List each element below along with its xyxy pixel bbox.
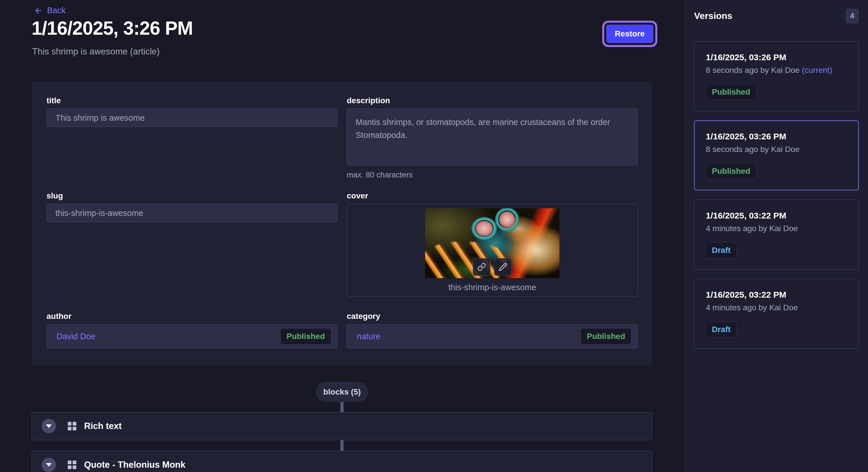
version-status-badge: Published xyxy=(706,163,756,179)
pencil-icon xyxy=(499,263,507,271)
version-status-badge: Draft xyxy=(706,242,737,258)
field-category-label: category xyxy=(347,312,638,321)
category-status-badge: Published xyxy=(581,328,631,344)
blocks-connector-line xyxy=(340,402,344,412)
chevron-down-icon xyxy=(46,425,52,428)
version-status-badge: Draft xyxy=(706,322,737,338)
drag-handle-icon[interactable] xyxy=(67,421,77,431)
block-accordion-quote[interactable]: Quote - Thelonius Monk xyxy=(32,451,652,472)
version-date: 1/16/2025, 03:26 PM xyxy=(706,53,847,62)
version-meta: 8 seconds ago by Kai Doe xyxy=(706,145,847,154)
main-content: Back 1/16/2025, 3:26 PM This shrimp is a… xyxy=(0,0,685,472)
blocks-connector-line xyxy=(340,440,344,451)
block-accordion-rich-text[interactable]: Rich text xyxy=(32,412,652,440)
field-title: title xyxy=(46,96,338,173)
description-textarea[interactable]: Mantis shrimps, or stomatopods, are mari… xyxy=(347,109,638,165)
cover-image xyxy=(425,208,559,278)
back-arrow-icon xyxy=(34,6,43,15)
version-meta: 8 seconds ago by Kai Doe (current) xyxy=(706,66,847,75)
cover-filename: this-shrimp-is-awesome xyxy=(448,283,536,292)
versions-sidebar: Versions 4 1/16/2025, 03:26 PM 8 seconds… xyxy=(685,0,868,472)
version-status-badge: Published xyxy=(706,84,756,100)
version-current-tag: (current) xyxy=(802,66,832,74)
field-title-label: title xyxy=(46,96,338,105)
author-relation-link[interactable]: David Doe xyxy=(57,332,95,341)
field-description: description Mantis shrimps, or stomatopo… xyxy=(347,96,638,173)
field-author-label: author xyxy=(46,312,338,321)
back-label: Back xyxy=(47,6,65,15)
version-card[interactable]: 1/16/2025, 03:22 PM 4 minutes ago by Kai… xyxy=(694,200,859,270)
version-date: 1/16/2025, 03:26 PM xyxy=(706,132,847,141)
restore-button[interactable]: Restore xyxy=(606,25,653,43)
cover-box: this-shrimp-is-awesome xyxy=(347,204,638,297)
cover-copy-link-button[interactable] xyxy=(473,258,491,276)
version-meta: 4 minutes ago by Kai Doe xyxy=(706,224,847,233)
link-icon xyxy=(477,263,486,271)
category-relation-link[interactable]: nature xyxy=(357,332,380,341)
blocks-count-pill: blocks (5) xyxy=(316,382,368,402)
version-card[interactable]: 1/16/2025, 03:22 PM 4 minutes ago by Kai… xyxy=(694,279,859,349)
page-subtitle: This shrimp is awesome (article) xyxy=(32,46,160,57)
field-category: category nature Published xyxy=(347,312,638,350)
accordion-toggle-button[interactable] xyxy=(42,458,56,472)
version-date: 1/16/2025, 03:22 PM xyxy=(706,290,847,300)
version-meta: 4 minutes ago by Kai Doe xyxy=(706,303,847,312)
field-slug-label: slug xyxy=(46,191,338,200)
chevron-down-icon xyxy=(46,463,52,467)
version-card[interactable]: 1/16/2025, 03:26 PM 8 seconds ago by Kai… xyxy=(694,41,859,111)
version-form-card: title description Mantis shrimps, or sto… xyxy=(32,82,652,365)
slug-input[interactable] xyxy=(46,204,338,222)
description-hint: max. 80 characters xyxy=(347,171,638,179)
accordion-label: Quote - Thelonius Monk xyxy=(84,460,185,470)
category-relation-box: nature Published xyxy=(347,324,638,348)
cover-edit-button[interactable] xyxy=(494,258,512,276)
page-title: 1/16/2025, 3:26 PM xyxy=(32,17,193,39)
versions-list: 1/16/2025, 03:26 PM 8 seconds ago by Kai… xyxy=(685,32,868,358)
field-description-label: description xyxy=(347,96,638,105)
versions-count-badge: 4 xyxy=(846,9,859,24)
versions-title: Versions xyxy=(694,11,732,21)
author-status-badge: Published xyxy=(280,328,331,344)
field-cover-label: cover xyxy=(347,191,638,200)
versions-header: Versions 4 xyxy=(685,0,868,32)
accordion-label: Rich text xyxy=(84,421,122,431)
field-author: author David Doe Published xyxy=(46,312,338,350)
title-input[interactable] xyxy=(46,109,338,127)
back-link[interactable]: Back xyxy=(34,6,65,15)
version-card-selected[interactable]: 1/16/2025, 03:26 PM 8 seconds ago by Kai… xyxy=(694,121,859,191)
version-date: 1/16/2025, 03:22 PM xyxy=(706,211,847,221)
accordion-toggle-button[interactable] xyxy=(42,419,56,433)
field-cover: cover xyxy=(347,191,638,293)
field-slug: slug xyxy=(46,191,338,293)
drag-handle-icon[interactable] xyxy=(67,460,77,470)
author-relation-box: David Doe Published xyxy=(46,324,338,348)
